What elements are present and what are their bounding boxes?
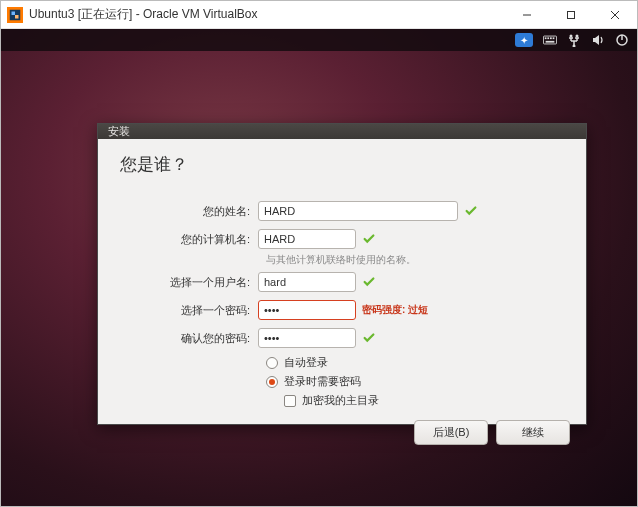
- power-icon[interactable]: [615, 33, 629, 47]
- svg-rect-10: [550, 37, 552, 39]
- option-encrypt-home[interactable]: 加密我的主目录: [284, 393, 564, 408]
- radio-icon: [266, 376, 278, 388]
- row-fullname: 您的姓名:: [120, 200, 564, 222]
- installer-titlebar: 安装: [98, 124, 586, 139]
- password-strength-label: 密码强度: 过短: [362, 303, 428, 317]
- guest-screen: ✦ 安装 您是谁？ 您的姓名: 您的计算: [1, 29, 637, 506]
- maximize-button[interactable]: [549, 1, 593, 29]
- installer-heading: 您是谁？: [98, 139, 586, 188]
- input-password[interactable]: [258, 300, 356, 320]
- svg-rect-4: [568, 11, 575, 18]
- label-fullname: 您的姓名:: [120, 204, 258, 219]
- row-password: 选择一个密码: 密码强度: 过短: [120, 299, 564, 321]
- svg-point-15: [573, 45, 576, 48]
- input-fullname[interactable]: [258, 201, 458, 221]
- host-titlebar: Ubuntu3 [正在运行] - Oracle VM VirtualBox: [1, 1, 637, 29]
- ubuntu-menubar: ✦: [1, 29, 637, 51]
- label-username: 选择一个用户名:: [120, 275, 258, 290]
- svg-point-14: [576, 35, 579, 38]
- radio-label: 自动登录: [284, 355, 328, 370]
- svg-rect-1: [12, 11, 16, 15]
- back-button[interactable]: 后退(B): [414, 420, 488, 445]
- label-confirm: 确认您的密码:: [120, 331, 258, 346]
- continue-button[interactable]: 继续: [496, 420, 570, 445]
- installer-dialog: 安装 您是谁？ 您的姓名: 您的计算机名:: [97, 123, 587, 425]
- check-icon: [362, 232, 376, 246]
- label-password: 选择一个密码:: [120, 303, 258, 318]
- svg-point-13: [570, 35, 573, 38]
- input-confirm[interactable]: [258, 328, 356, 348]
- volume-icon[interactable]: [591, 33, 605, 47]
- keyboard-icon[interactable]: [543, 33, 557, 47]
- svg-rect-8: [545, 37, 547, 39]
- input-hostname[interactable]: [258, 229, 356, 249]
- svg-rect-2: [15, 15, 19, 19]
- virtualbox-icon: [7, 7, 23, 23]
- row-confirm: 确认您的密码:: [120, 327, 564, 349]
- option-require-password[interactable]: 登录时需要密码: [266, 374, 564, 389]
- input-username[interactable]: [258, 272, 356, 292]
- row-username: 选择一个用户名:: [120, 271, 564, 293]
- check-icon: [362, 331, 376, 345]
- radio-icon: [266, 357, 278, 369]
- check-icon: [362, 275, 376, 289]
- svg-rect-11: [553, 37, 555, 39]
- installer-titlebar-text: 安装: [108, 124, 130, 139]
- close-button[interactable]: [593, 1, 637, 29]
- form-area: 您的姓名: 您的计算机名: 与其他计算机联络时使用的名称。 选择一个用户名:: [98, 196, 586, 412]
- option-auto-login[interactable]: 自动登录: [266, 355, 564, 370]
- radio-label: 登录时需要密码: [284, 374, 361, 389]
- svg-rect-9: [547, 37, 549, 39]
- host-window-title: Ubuntu3 [正在运行] - Oracle VM VirtualBox: [29, 6, 258, 23]
- button-bar: 后退(B) 继续: [98, 412, 586, 457]
- checkbox-label: 加密我的主目录: [302, 393, 379, 408]
- minimize-button[interactable]: [505, 1, 549, 29]
- check-icon: [464, 204, 478, 218]
- row-hostname: 您的计算机名:: [120, 228, 564, 250]
- svg-rect-7: [543, 36, 556, 44]
- accessibility-icon[interactable]: ✦: [515, 33, 533, 47]
- checkbox-icon: [284, 395, 296, 407]
- svg-rect-12: [546, 41, 555, 43]
- hostname-hint: 与其他计算机联络时使用的名称。: [266, 253, 564, 267]
- label-hostname: 您的计算机名:: [120, 232, 258, 247]
- network-icon[interactable]: [567, 33, 581, 47]
- virtualbox-window: Ubuntu3 [正在运行] - Oracle VM VirtualBox ✦ …: [0, 0, 638, 507]
